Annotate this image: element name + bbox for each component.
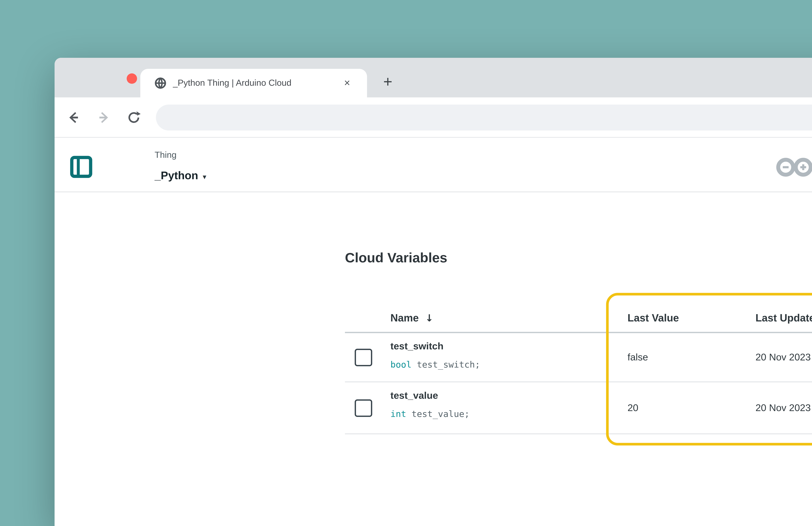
thing-header: Thing _Python▾	[55, 138, 812, 192]
arduino-device-status-icon	[775, 157, 812, 177]
sidebar-toggle-icon[interactable]	[70, 156, 92, 178]
forward-icon[interactable]	[97, 111, 111, 125]
row-checkbox[interactable]	[355, 399, 372, 417]
thing-name-text: _Python	[155, 170, 198, 182]
tab-strip: _Python Thing | Arduino Cloud × +	[55, 58, 812, 98]
new-tab-button[interactable]: +	[379, 74, 396, 91]
variable-name[interactable]: test_value	[390, 390, 438, 401]
chevron-down-icon: ▾	[203, 173, 206, 181]
desktop-background: _Python Thing | Arduino Cloud × +	[0, 0, 812, 526]
page-title: Cloud Variables	[345, 250, 447, 266]
sort-descending-icon: ↓	[425, 312, 433, 324]
browser-tab[interactable]: _Python Thing | Arduino Cloud ×	[140, 69, 367, 98]
declaration-rest: test_switch;	[411, 359, 480, 369]
cloud-variables-page: Cloud Variables ADD Name↓ Last Value Las…	[55, 192, 812, 526]
reload-icon[interactable]	[127, 111, 141, 125]
tab-close-icon[interactable]: ×	[344, 69, 350, 98]
thing-section-label: Thing	[155, 150, 176, 160]
macos-close-button[interactable]	[127, 73, 137, 84]
row-checkbox[interactable]	[355, 348, 372, 366]
back-icon[interactable]	[66, 111, 81, 125]
globe-favicon	[155, 77, 166, 89]
thing-name-dropdown[interactable]: _Python▾	[155, 170, 206, 182]
type-keyword: int	[390, 408, 406, 419]
variable-declaration: int test_value;	[390, 408, 470, 419]
column-header-name-label: Name	[390, 312, 419, 323]
browser-toolbar	[55, 98, 812, 138]
declaration-rest: test_value;	[406, 408, 470, 419]
browser-window: _Python Thing | Arduino Cloud × +	[55, 58, 812, 526]
annotation-highlight-box	[606, 293, 812, 445]
tab-title-fade	[310, 73, 338, 95]
url-bar[interactable]	[156, 104, 812, 131]
variable-name[interactable]: test_switch	[390, 340, 444, 351]
variable-declaration: bool test_switch;	[390, 359, 480, 369]
column-header-name[interactable]: Name↓	[390, 312, 433, 324]
type-keyword: bool	[390, 359, 411, 369]
